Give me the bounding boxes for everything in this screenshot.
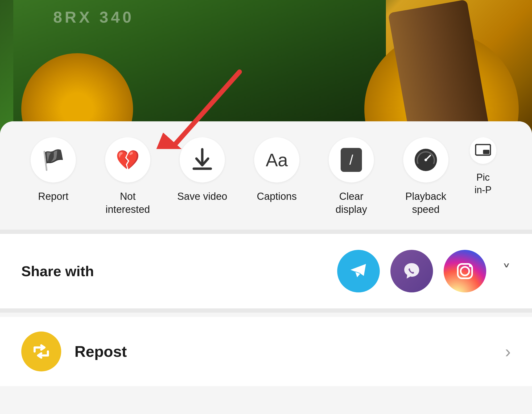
share-expand-button[interactable]: ˅: [502, 261, 511, 281]
save-video-label: Save video: [177, 190, 227, 203]
pip-icon: [475, 144, 491, 157]
share-apps-row: ˅: [337, 250, 511, 292]
viber-button[interactable]: [390, 250, 433, 292]
repost-left: Repost: [21, 332, 127, 371]
not-interested-circle: 💔: [105, 137, 150, 183]
repost-chevron-icon: ›: [505, 342, 511, 361]
svg-rect-5: [483, 150, 489, 154]
svg-point-3: [424, 159, 427, 161]
playback-speed-label: Playbackspeed: [405, 190, 446, 216]
playback-speed-circle: [403, 137, 448, 183]
playback-speed-action[interactable]: Playbackspeed: [389, 137, 463, 216]
repost-label: Repost: [75, 342, 127, 360]
share-label: Share with: [21, 263, 94, 279]
share-section: Share with: [0, 234, 532, 308]
save-video-circle: [180, 137, 225, 183]
pic-in-pic-circle: [470, 137, 496, 164]
save-video-action[interactable]: Save video: [165, 137, 240, 203]
pic-in-pic-label: Picin-P: [475, 171, 492, 196]
captions-icon: Aa: [266, 150, 288, 170]
clear-display-label: Cleardisplay: [336, 190, 367, 216]
clear-display-action[interactable]: / Cleardisplay: [314, 137, 389, 216]
not-interested-label: Notinterested: [106, 190, 150, 216]
actions-section: 🏴 Report 💔 Notinterested: [0, 121, 532, 230]
captions-circle: Aa: [254, 137, 299, 183]
repost-section[interactable]: Repost ›: [0, 317, 532, 386]
telegram-icon: [347, 259, 370, 283]
instagram-icon: [453, 259, 477, 283]
speedometer-icon: [414, 148, 438, 172]
flag-icon: 🏴: [41, 150, 65, 169]
pic-in-pic-action[interactable]: Picin-P: [463, 137, 503, 196]
viber-icon: [400, 259, 424, 283]
download-icon: [192, 148, 213, 172]
repost-circle: [21, 332, 61, 371]
divider-1: [0, 230, 532, 234]
clear-display-circle: /: [329, 137, 374, 183]
report-action[interactable]: 🏴 Report: [16, 137, 90, 203]
video-background: 8RX 340: [0, 0, 532, 138]
machine-label: 8RX 340: [53, 8, 134, 26]
svg-point-7: [461, 267, 469, 275]
repost-icon: [29, 340, 53, 363]
bottom-sheet: 🏴 Report 💔 Notinterested: [0, 121, 532, 414]
clear-display-icon: /: [341, 148, 362, 172]
broken-heart-icon: 💔: [116, 150, 140, 169]
report-label: Report: [38, 190, 68, 203]
captions-label: Captions: [257, 190, 297, 203]
telegram-button[interactable]: [337, 250, 380, 292]
divider-2: [0, 308, 532, 313]
captions-action[interactable]: Aa Captions: [240, 137, 314, 203]
actions-row: 🏴 Report 💔 Notinterested: [16, 137, 516, 216]
svg-point-8: [469, 264, 472, 267]
report-circle: 🏴: [31, 137, 76, 183]
instagram-button[interactable]: [444, 250, 486, 292]
not-interested-action[interactable]: 💔 Notinterested: [90, 137, 165, 216]
